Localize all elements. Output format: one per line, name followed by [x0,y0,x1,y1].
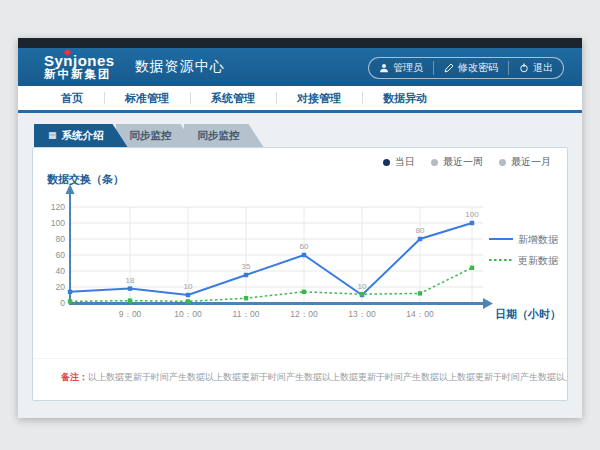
user-menu-change-password-label: 修改密码 [458,61,498,75]
user-menu-logout-label: 退出 [533,61,553,75]
svg-text:更新数据: 更新数据 [518,255,559,266]
filter-today-label: 当日 [395,155,415,169]
svg-text:12：00: 12：00 [290,309,318,319]
user-menu-admin[interactable]: 管理员 [369,61,433,75]
logo: Synjones 新中新集团 [44,53,115,81]
main-nav: 首页 标准管理 系统管理 对接管理 数据异动 [18,86,582,113]
page-title: 数据资源中心 [135,58,225,76]
radio-dot-icon [499,159,506,166]
svg-text:18: 18 [126,276,135,285]
nav-item-system-mgmt[interactable]: 系统管理 [190,86,276,110]
svg-text:35: 35 [242,262,251,271]
svg-text:120: 120 [51,202,65,212]
svg-text:新增数据: 新增数据 [518,234,559,245]
svg-text:日期（小时）: 日期（小时） [495,308,561,321]
filter-today[interactable]: 当日 [383,155,415,169]
svg-text:13：00: 13：00 [348,309,376,319]
time-range-filter: 当日 最近一周 最近一月 [383,155,551,169]
svg-text:100: 100 [465,210,479,219]
user-menu: 管理员 修改密码 退出 [368,57,564,79]
svg-text:80: 80 [416,226,425,235]
svg-text:10: 10 [358,282,367,291]
user-menu-logout[interactable]: 退出 [508,61,563,75]
svg-text:20: 20 [56,282,66,292]
svg-text:100: 100 [51,218,65,228]
note-prefix: 备注： [61,372,88,382]
nav-item-data-change[interactable]: 数据异动 [362,86,448,110]
nav-item-interface-mgmt[interactable]: 对接管理 [276,86,362,110]
desktop-background: Synjones 新中新集团 数据资源中心 管理员 修改密码 [0,0,600,450]
svg-text:60: 60 [300,242,309,251]
user-menu-admin-label: 管理员 [393,61,423,75]
radio-dot-icon [383,159,390,166]
svg-text:60: 60 [56,250,66,260]
note-text: 以上数据更新于时间产生数据以上数据更新于时间产生数据以上数据更新于时间产生数据以… [88,372,567,382]
tab-sync-monitor-2[interactable]: 同步监控 [184,124,264,147]
filter-last-month[interactable]: 最近一月 [499,155,551,169]
svg-text:9：00: 9：00 [119,309,142,319]
tab-bar: ▦ 系统介绍 同步监控 同步监控 [34,124,568,147]
user-icon [379,63,389,73]
tab-sync-monitor-2-label: 同步监控 [198,129,240,143]
app-header: Synjones 新中新集团 数据资源中心 管理员 修改密码 [18,48,582,86]
filter-last-week-label: 最近一周 [443,155,483,169]
svg-text:数据交换（条）: 数据交换（条） [46,173,124,186]
logo-company: 新中新集团 [44,69,115,81]
nav-item-home[interactable]: 首页 [40,86,104,110]
radio-dot-icon [431,159,438,166]
edit-icon [444,63,454,73]
window-top-strip [18,38,582,48]
svg-text:14：00: 14：00 [406,309,434,319]
svg-text:10: 10 [184,282,193,291]
user-menu-change-password[interactable]: 修改密码 [433,61,508,75]
filter-last-month-label: 最近一月 [511,155,551,169]
line-chart: 0204060801001209：0010：0011：0012：0013：001… [35,158,569,330]
nav-item-standard-mgmt[interactable]: 标准管理 [104,86,190,110]
footer-note: 备注：以上数据更新于时间产生数据以上数据更新于时间产生数据以上数据更新于时间产生… [33,358,567,400]
chart-panel: 当日 最近一周 最近一月 0204060801001209：0010：0011：… [32,147,568,401]
svg-text:10：00: 10：00 [174,309,202,319]
grid-icon: ▦ [48,131,57,140]
tab-system-intro[interactable]: ▦ 系统介绍 [34,124,128,147]
content-area: ▦ 系统介绍 同步监控 同步监控 当日 [18,113,582,401]
app-window: Synjones 新中新集团 数据资源中心 管理员 修改密码 [18,38,582,418]
tab-sync-monitor-1-label: 同步监控 [130,129,172,143]
svg-text:80: 80 [56,234,66,244]
svg-text:11：00: 11：00 [233,309,260,319]
tab-system-intro-label: 系统介绍 [62,129,104,143]
svg-text:0: 0 [60,298,65,308]
filter-last-week[interactable]: 最近一周 [431,155,483,169]
svg-text:40: 40 [56,266,66,276]
logo-brand: Synjones [44,53,115,68]
power-icon [519,63,529,73]
